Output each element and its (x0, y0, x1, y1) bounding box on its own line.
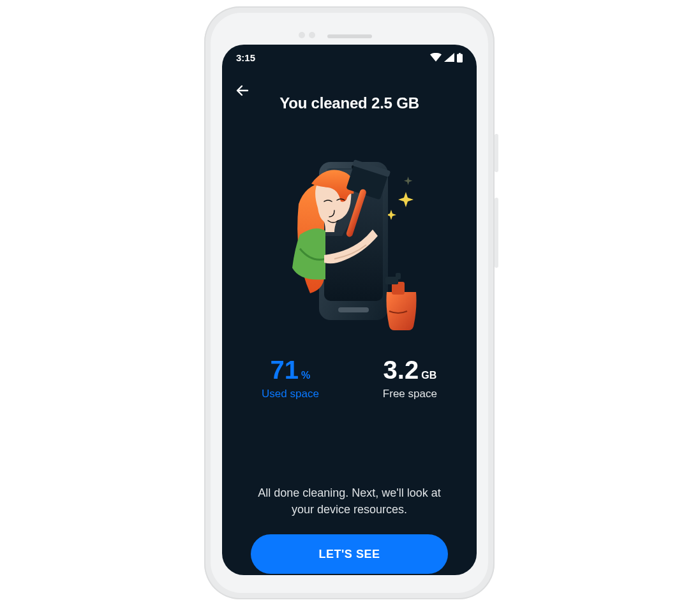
used-space-label: Used space (262, 388, 319, 400)
app-screen: 3:15 You cleaned 2.5 GB (222, 45, 477, 575)
used-space-stat: 71 % Used space (262, 357, 319, 400)
sensor-icon (309, 32, 315, 38)
free-space-stat: 3.2 GB Free space (383, 357, 437, 400)
free-space-unit: GB (421, 370, 436, 381)
free-space-label: Free space (383, 388, 437, 400)
svg-rect-11 (396, 273, 401, 279)
storage-stats: 71 % Used space 3.2 GB Free space (222, 357, 477, 400)
status-bar: 3:15 (222, 45, 477, 70)
cleaning-illustration (273, 159, 426, 332)
power-button (495, 134, 498, 172)
battery-icon (457, 53, 463, 62)
lets-see-label: LET'S SEE (319, 548, 380, 561)
free-space-value: 3.2 (384, 357, 419, 383)
wifi-icon (430, 53, 442, 62)
page-title: You cleaned 2.5 GB (222, 94, 477, 112)
svg-rect-0 (457, 54, 463, 62)
used-space-unit: % (301, 370, 310, 381)
svg-rect-1 (459, 53, 461, 54)
svg-rect-5 (338, 307, 369, 312)
cell-signal-icon (444, 53, 454, 62)
sensor-icon (299, 32, 305, 38)
used-space-value: 71 (271, 357, 299, 383)
completion-message: All done cleaning. Next, we'll look at y… (248, 485, 451, 518)
volume-button (495, 198, 498, 268)
phone-frame: 3:15 You cleaned 2.5 GB (204, 6, 495, 599)
lets-see-button[interactable]: LET'S SEE (251, 534, 448, 574)
status-time: 3:15 (236, 52, 255, 63)
speaker-grille (327, 34, 372, 38)
